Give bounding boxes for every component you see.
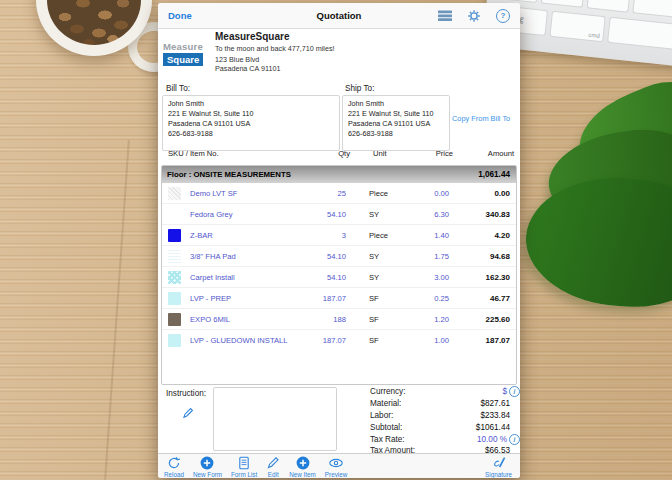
item-price[interactable]: 1.20 [410,315,449,324]
plus-circle-icon [200,456,214,470]
logo-text-top: Measure [163,41,213,52]
item-color-swatch [168,334,181,347]
cmd-label: cmd [588,32,600,39]
new-item-button[interactable]: New Item [289,456,316,478]
table-row[interactable]: 3/8" FHA Pad 54.10 SY 1.75 94.68 [162,245,516,266]
eye-icon [328,456,344,470]
item-qty[interactable]: 188 [292,315,346,324]
bottom-toolbar: ReloadNew FormForm ListEditNew ItemPrevi… [158,453,520,478]
cmd-key: cmd [549,11,605,43]
toolbar-button-label: Signature [485,471,512,478]
item-color-swatch [168,271,181,284]
toolbar-button-label: Form List [231,471,257,478]
keyboard-key [587,0,631,13]
toolbar-button-label: New Form [193,471,222,478]
floor-group-header[interactable]: Floor : ONSITE MEASUREMENTS 1,061.44 [162,166,516,183]
item-qty[interactable]: 25 [292,189,346,198]
company-logo: Measure Square [163,41,213,66]
item-name[interactable]: 3/8" FHA Pad [186,252,292,261]
item-qty[interactable]: 187.07 [292,336,346,345]
table-row[interactable]: Carpet Install 54.10 SY 3.00 162.30 [162,266,516,287]
company-address-line1: 123 Blue Blvd [215,55,259,64]
table-row[interactable]: Fedora Grey 54.10 SY 6.30 340.83 [162,203,516,224]
item-color-swatch [168,250,181,263]
item-unit: SF [346,294,410,303]
item-price[interactable]: 6.30 [410,210,449,219]
item-price[interactable]: 1.40 [410,231,449,240]
reload-button[interactable]: Reload [164,456,184,478]
totals-label: Tax Rate: [370,435,477,444]
signature-button[interactable]: Signature [485,456,512,478]
company-tagline: To the moon and back 477,710 miles! [215,44,334,53]
item-unit: Piece [346,231,410,240]
navigation-bar: Done Quotation ? [158,3,520,29]
item-unit: SY [346,252,410,261]
item-color-swatch [168,313,181,326]
ship-name: John Smith [348,99,444,109]
item-price[interactable]: 1.00 [410,336,449,345]
totals-value: $1061.44 [476,423,510,432]
item-unit: SY [346,210,410,219]
form-list-button[interactable]: Form List [231,456,257,478]
item-name[interactable]: Carpet Install [186,273,292,282]
item-qty[interactable]: 54.10 [292,252,346,261]
item-price[interactable]: 0.00 [410,189,449,198]
ship-to-address-box[interactable]: John Smith 221 E Walnut St, Suite 110 Pa… [342,95,450,151]
toolbar-button-label: Reload [164,471,184,478]
measuresquare-app-window: Done Quotation ? Measure Sq [158,3,520,478]
help-icon[interactable]: ? [496,9,510,23]
line-items-table[interactable]: Floor : ONSITE MEASUREMENTS 1,061.44 Dem… [161,165,517,385]
info-icon[interactable]: i [509,386,520,397]
item-name[interactable]: Demo LVT SF [186,189,292,198]
item-unit: SF [346,336,410,345]
item-qty[interactable]: 187.07 [292,294,346,303]
help-glyph: ? [501,11,506,20]
bill-name: John Smith [168,99,334,109]
edit-button[interactable]: Edit [266,456,280,478]
floor-group-amount: 1,061.44 [440,170,516,179]
table-row[interactable]: LVP - GLUEDOWN INSTALL 187.07 SF 1.00 18… [162,329,516,350]
totals-row: Material:$827.61 [370,398,520,410]
keyboard-key [541,0,585,8]
totals-panel: Currency:$iMaterial:$827.61Labor:$233.84… [370,386,520,457]
totals-value: $827.61 [480,399,510,408]
item-price[interactable]: 0.25 [410,294,449,303]
item-price[interactable]: 1.75 [410,252,449,261]
item-amount: 0.00 [449,189,516,198]
item-amount: 187.07 [449,336,516,345]
item-qty[interactable]: 54.10 [292,273,346,282]
totals-value[interactable]: $ [502,387,507,396]
table-row[interactable]: LVP - PREP 187.07 SF 0.25 46.77 [162,287,516,308]
instruction-textarea[interactable] [213,387,337,451]
keyboard-key [632,0,672,20]
bill-to-address-box[interactable]: John Smith 221 E Walnut St, Suite 110 Pa… [162,95,340,151]
toolbar-button-label: New Item [289,471,316,478]
item-price[interactable]: 3.00 [410,273,449,282]
item-qty[interactable]: 54.10 [292,210,346,219]
new-form-button[interactable]: New Form [193,456,222,478]
header-amount: Amount [444,149,514,158]
company-address-line2: Pasadena CA 91101 [215,64,280,73]
item-name[interactable]: LVP - GLUEDOWN INSTALL [186,336,292,345]
list-icon[interactable] [438,10,452,22]
totals-row: Subtotal:$1061.44 [370,421,520,433]
edit-instruction-pencil-icon[interactable] [182,407,194,419]
gear-icon[interactable] [467,9,481,23]
totals-row[interactable]: Currency:$i [370,386,520,398]
totals-row[interactable]: Tax Rate:10.00 %i [370,433,520,445]
table-row[interactable]: EXPO 6MIL 188 SF 1.20 225.60 [162,308,516,329]
header-qty: Qty [300,149,350,158]
coffee-beans [47,0,141,45]
table-row[interactable]: Demo LVT SF 25 Piece 0.00 0.00 [162,183,516,203]
preview-button[interactable]: Preview [325,456,347,478]
table-row[interactable]: Z-BAR 3 Piece 1.40 4.20 [162,224,516,245]
item-name[interactable]: Z-BAR [186,231,292,240]
copy-from-bill-to-link[interactable]: Copy From Bill To [452,114,518,123]
item-qty[interactable]: 3 [292,231,346,240]
bill-line1: 221 E Walnut St, Suite 110 [168,109,334,119]
info-icon[interactable]: i [509,434,520,445]
totals-value[interactable]: 10.00 % [477,435,507,444]
item-name[interactable]: EXPO 6MIL [186,315,292,324]
item-name[interactable]: Fedora Grey [186,210,292,219]
item-name[interactable]: LVP - PREP [186,294,292,303]
